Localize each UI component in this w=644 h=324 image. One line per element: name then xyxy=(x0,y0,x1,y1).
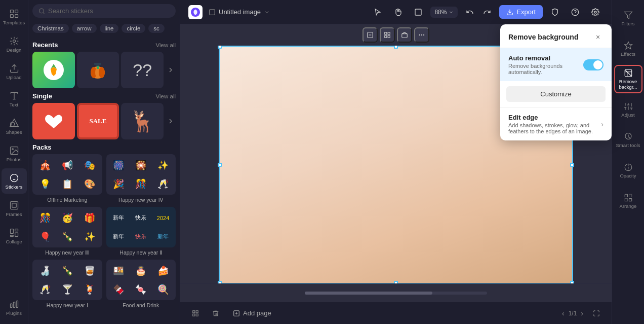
arrow-right-icon-2 xyxy=(167,117,175,125)
sidebar-item-photos[interactable]: Photos xyxy=(2,141,27,166)
top-bar: Untitled image 88% xyxy=(180,0,612,24)
sticker-item-3[interactable]: ?? xyxy=(121,52,164,88)
right-tool-remove-bg[interactable]: Remove backgr... xyxy=(614,65,642,93)
zoom-control[interactable]: 88% xyxy=(430,7,458,18)
tag-circle[interactable]: circle xyxy=(122,24,145,33)
single-view-all[interactable]: View all xyxy=(156,93,176,99)
customize-button[interactable]: Customize xyxy=(506,86,606,102)
recents-header: Recents View all xyxy=(32,41,176,49)
tag-sc[interactable]: sc xyxy=(148,24,165,33)
undo-redo xyxy=(462,4,495,20)
pack-offline-marketing[interactable]: 🎪 📢 🎭 💡 📋 🎨 Offline Marketing xyxy=(32,154,102,203)
recents-view-all[interactable]: View all xyxy=(156,42,176,48)
fit-button[interactable] xyxy=(589,306,603,320)
handle-br[interactable] xyxy=(570,281,574,284)
pointer-tool[interactable] xyxy=(370,4,386,20)
single-sticker-1[interactable] xyxy=(32,103,75,139)
single-sticker-2[interactable]: SALE xyxy=(77,103,119,139)
page-next-button[interactable]: › xyxy=(581,309,583,317)
remove-bg-panel: Remove background × Auto removal Remove … xyxy=(500,24,612,140)
edit-edge-row[interactable]: Edit edge Add shadows, strokes, glow, an… xyxy=(500,107,612,140)
right-tool-filters[interactable]: Filters xyxy=(614,4,642,32)
svg-point-4 xyxy=(13,40,15,42)
right-sidebar: Filters Effects Remove backgr... Adjust … xyxy=(612,0,644,324)
recents-next-arrow[interactable] xyxy=(166,52,176,88)
svg-rect-69 xyxy=(196,314,198,316)
grid-view-icon xyxy=(192,310,199,317)
shield-button[interactable] xyxy=(547,4,563,20)
sticker-item-2[interactable] xyxy=(77,52,119,88)
svg-rect-42 xyxy=(402,34,408,38)
page-prev-button[interactable]: ‹ xyxy=(562,309,565,317)
search-input[interactable] xyxy=(48,7,170,15)
svg-point-35 xyxy=(594,11,596,13)
sidebar-item-plugins[interactable]: Plugins xyxy=(2,295,27,320)
right-tool-effects[interactable]: Effects xyxy=(614,34,642,63)
scrollbar-thumb[interactable] xyxy=(305,292,432,295)
sidebar-item-stickers[interactable]: Stickers xyxy=(2,168,27,194)
pack-label-newyear1: Happy new year Ⅰ xyxy=(32,302,102,308)
zoom-chevron-icon xyxy=(449,10,454,15)
right-tool-arrange[interactable]: Arrange xyxy=(614,187,642,215)
sticker-item[interactable] xyxy=(32,52,75,88)
handle-bm[interactable] xyxy=(394,281,398,284)
sidebar-item-frames[interactable]: Frames xyxy=(2,196,27,221)
single-next-arrow[interactable] xyxy=(166,103,176,139)
right-tool-adjust[interactable]: Adjust xyxy=(614,95,642,124)
svg-rect-13 xyxy=(10,229,13,233)
sidebar-item-templates[interactable]: Templates xyxy=(2,4,27,29)
pack-food-drink[interactable]: 🍱 🎂 🍰 🍫 🍬 🍭 Food and Drink xyxy=(106,260,176,308)
canvas-scrollbar-area xyxy=(180,283,612,302)
panel-header: Remove background × xyxy=(500,24,612,48)
pack-newyear-4[interactable]: 🎆 🎇 ✨ 🎉 🎊 🥂 Happy new year IV xyxy=(106,154,176,203)
canvas-tool-2[interactable] xyxy=(380,27,395,43)
export-button[interactable]: Export xyxy=(499,5,543,19)
handle-tm[interactable] xyxy=(394,46,398,49)
settings-button[interactable] xyxy=(587,4,603,20)
pack-newyear-1[interactable]: 🍶 🍾 🥃 🥂 🍸 🍹 Happy new year Ⅰ xyxy=(32,260,102,308)
handle-mr[interactable] xyxy=(570,163,574,167)
left-sidebar: Templates Design Upload Text Shapes Phot… xyxy=(0,0,28,324)
handle-ml[interactable] xyxy=(218,163,222,167)
add-page-button[interactable]: Add page xyxy=(229,307,275,319)
grid-view-button[interactable] xyxy=(188,306,203,320)
sidebar-item-text[interactable]: Text xyxy=(2,86,27,112)
top-tools: 88% Export xyxy=(370,4,603,20)
canvas-tool-3[interactable] xyxy=(397,27,412,43)
hand-tool[interactable] xyxy=(390,4,406,20)
page-indicator: 1/1 xyxy=(569,310,577,317)
right-tool-opacity[interactable]: Opacity xyxy=(614,156,642,185)
auto-removal-toggle[interactable] xyxy=(583,59,603,70)
sidebar-item-design[interactable]: Design xyxy=(2,31,27,57)
handle-bl[interactable] xyxy=(218,281,222,284)
svg-point-10 xyxy=(10,174,18,182)
canva-sticker xyxy=(43,59,65,81)
pack-newyear-3[interactable]: 🎊 🥳 🎁 🎈 🍾 ✨ Happy new year Ⅲ xyxy=(32,207,102,256)
trash-button[interactable] xyxy=(209,306,223,320)
pack-label-newyear4: Happy new year IV xyxy=(106,197,176,203)
canvas-tool-more[interactable] xyxy=(414,27,429,43)
frame-tool[interactable] xyxy=(410,4,426,20)
undo-button[interactable] xyxy=(462,4,478,20)
sidebar-item-upload[interactable]: Upload xyxy=(2,59,27,84)
pack-newyear-2[interactable]: 新年 快乐 2024 新年 快乐 新年 Happy new year Ⅱ xyxy=(106,207,176,256)
pack-label-offline: Offline Marketing xyxy=(32,197,102,203)
search-input-wrap[interactable] xyxy=(32,4,176,18)
single-header: Single View all xyxy=(32,92,176,100)
tag-christmas[interactable]: Christmas xyxy=(32,24,69,33)
right-tool-smart[interactable]: Smart tools xyxy=(614,126,642,154)
panel-close-button[interactable]: × xyxy=(592,31,603,43)
canvas-tool-1[interactable] xyxy=(363,27,378,43)
help-button[interactable] xyxy=(567,4,583,20)
horizontal-scrollbar[interactable] xyxy=(305,292,487,295)
tag-line[interactable]: line xyxy=(100,24,119,33)
sidebar-item-shapes[interactable]: Shapes xyxy=(2,114,27,139)
redo-button[interactable] xyxy=(479,4,495,20)
tag-arrow[interactable]: arrow xyxy=(72,24,97,33)
doc-title[interactable]: Untitled image xyxy=(209,8,270,16)
svg-rect-3 xyxy=(15,14,18,17)
handle-tl[interactable] xyxy=(218,46,222,49)
svg-rect-31 xyxy=(415,9,421,15)
sidebar-item-collage[interactable]: Collage xyxy=(2,223,27,248)
single-sticker-3[interactable]: 🦌 xyxy=(121,103,164,139)
